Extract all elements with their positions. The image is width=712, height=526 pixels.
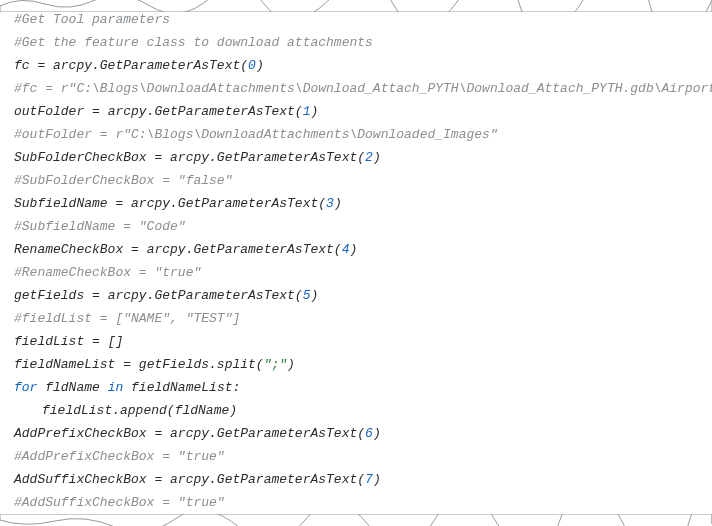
space (100, 380, 108, 395)
operator: = (84, 104, 107, 119)
code-block: #Get Tool parameters #Get the feature cl… (14, 8, 698, 514)
code-line-comment: #RenameCheckBox = "true" (14, 261, 698, 284)
paren-close: ) (256, 58, 264, 73)
paren-close: ) (373, 426, 381, 441)
paren-open: ( (256, 357, 264, 372)
code-line: outFolder = arcpy.GetParameterAsText(1) (14, 100, 698, 123)
operator: = (147, 472, 170, 487)
paren-open: ( (357, 150, 365, 165)
torn-edge-bottom (0, 514, 712, 526)
paren-close: ) (229, 403, 237, 418)
operator: = (30, 58, 53, 73)
argument: fldName (175, 403, 230, 418)
paren-open: ( (240, 58, 248, 73)
operator: = (147, 150, 170, 165)
function-call: fieldList.append (42, 403, 167, 418)
function-call: arcpy.GetParameterAsText (131, 196, 318, 211)
paren-open: ( (318, 196, 326, 211)
code-line-comment: #fc = r"C:\Blogs\DownloadAttachments\Dow… (14, 77, 698, 100)
number-literal: 6 (365, 426, 373, 441)
identifier: fldName (45, 380, 100, 395)
function-call: getFields.split (139, 357, 256, 372)
function-call: arcpy.GetParameterAsText (170, 426, 357, 441)
paren-open: ( (334, 242, 342, 257)
number-literal: 3 (326, 196, 334, 211)
operator: = (115, 357, 138, 372)
comment-text: #SubfieldName = "Code" (14, 219, 186, 234)
variable: getFields (14, 288, 84, 303)
variable: SubfieldName (14, 196, 108, 211)
variable: AddSuffixCheckBox (14, 472, 147, 487)
paren-close: ) (373, 472, 381, 487)
function-call: arcpy.GetParameterAsText (170, 472, 357, 487)
variable: outFolder (14, 104, 84, 119)
comment-text: #SubFolderCheckBox = "false" (14, 173, 232, 188)
operator: = (84, 334, 107, 349)
code-line-comment: #outFolder = r"C:\Blogs\DownloadAttachme… (14, 123, 698, 146)
identifier: fieldNameList: (131, 380, 240, 395)
comment-text: #AddSuffixCheckBox = "true" (14, 495, 225, 510)
comment-text: #Get the feature class to download attac… (14, 35, 373, 50)
code-line: AddPrefixCheckBox = arcpy.GetParameterAs… (14, 422, 698, 445)
comment-text: #AddPrefixCheckBox = "true" (14, 449, 225, 464)
code-line-comment: #Get Tool parameters (14, 8, 698, 31)
paren-open: ( (357, 426, 365, 441)
code-line: AddSuffixCheckBox = arcpy.GetParameterAs… (14, 468, 698, 491)
number-literal: 2 (365, 150, 373, 165)
list-literal: [] (108, 334, 124, 349)
paren-close: ) (373, 150, 381, 165)
variable: fieldNameList (14, 357, 115, 372)
code-line-comment: #AddPrefixCheckBox = "true" (14, 445, 698, 468)
function-call: arcpy.GetParameterAsText (170, 150, 357, 165)
function-call: arcpy.GetParameterAsText (53, 58, 240, 73)
variable: fc (14, 58, 30, 73)
code-line-comment: #SubfieldName = "Code" (14, 215, 698, 238)
variable: SubFolderCheckBox (14, 150, 147, 165)
code-line-comment: #AddSuffixCheckBox = "true" (14, 491, 698, 514)
code-line: fieldList.append(fldName) (14, 399, 698, 422)
paren-close: ) (349, 242, 357, 257)
number-literal: 0 (248, 58, 256, 73)
code-line: fieldNameList = getFields.split(";") (14, 353, 698, 376)
code-line-comment: #fieldList = ["NAME", "TEST"] (14, 307, 698, 330)
variable: AddPrefixCheckBox (14, 426, 147, 441)
paren-close: ) (287, 357, 295, 372)
function-call: arcpy.GetParameterAsText (108, 104, 295, 119)
function-call: arcpy.GetParameterAsText (108, 288, 295, 303)
code-line-comment: #SubFolderCheckBox = "false" (14, 169, 698, 192)
comment-text: #Get Tool parameters (14, 12, 170, 27)
operator: = (123, 242, 146, 257)
paren-open: ( (357, 472, 365, 487)
comment-text: #outFolder = r"C:\Blogs\DownloadAttachme… (14, 127, 498, 142)
operator: = (147, 426, 170, 441)
code-line: SubFolderCheckBox = arcpy.GetParameterAs… (14, 146, 698, 169)
comment-text: #fieldList = ["NAME", "TEST"] (14, 311, 240, 326)
space (123, 380, 131, 395)
comment-text: #fc = r"C:\Blogs\DownloadAttachments\Dow… (14, 81, 712, 96)
paren-close: ) (310, 288, 318, 303)
paren-open: ( (295, 288, 303, 303)
keyword-for: for (14, 380, 37, 395)
string-literal: ";" (264, 357, 287, 372)
function-call: arcpy.GetParameterAsText (147, 242, 334, 257)
code-line-comment: #Get the feature class to download attac… (14, 31, 698, 54)
paren-open: ( (167, 403, 175, 418)
variable: RenameCheckBox (14, 242, 123, 257)
code-line: fc = arcpy.GetParameterAsText(0) (14, 54, 698, 77)
code-line: SubfieldName = arcpy.GetParameterAsText(… (14, 192, 698, 215)
code-line: fieldList = [] (14, 330, 698, 353)
operator: = (108, 196, 131, 211)
code-line: RenameCheckBox = arcpy.GetParameterAsTex… (14, 238, 698, 261)
code-line: getFields = arcpy.GetParameterAsText(5) (14, 284, 698, 307)
keyword-in: in (108, 380, 124, 395)
comment-text: #RenameCheckBox = "true" (14, 265, 201, 280)
variable: fieldList (14, 334, 84, 349)
code-line: for fldName in fieldNameList: (14, 376, 698, 399)
number-literal: 7 (365, 472, 373, 487)
operator: = (84, 288, 107, 303)
paren-open: ( (295, 104, 303, 119)
paren-close: ) (334, 196, 342, 211)
paren-close: ) (310, 104, 318, 119)
